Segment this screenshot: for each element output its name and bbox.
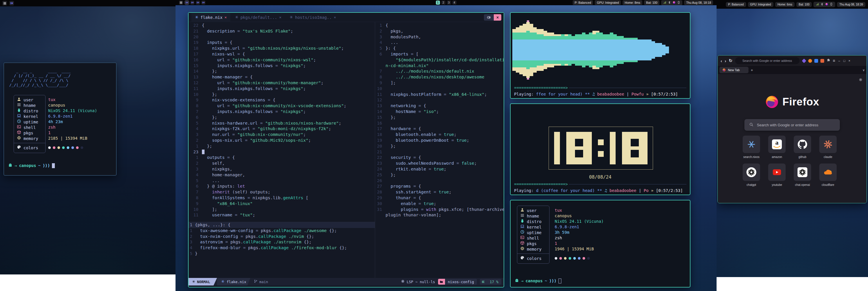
fetch-terminal-window[interactable]: userhnamedistrokerneluptimeshellpkgsmemo…	[510, 200, 690, 288]
workspace-3[interactable]: 3	[447, 1, 451, 5]
extension-orange-icon[interactable]	[820, 59, 824, 63]
extension-purple-icon[interactable]	[802, 58, 806, 63]
fetch-row: user	[517, 208, 549, 213]
text-cursor[interactable]	[52, 163, 55, 168]
code-text: url = "github:nix-community/nix-vscode-e…	[202, 103, 346, 109]
forward-button[interactable]: ›	[725, 58, 726, 63]
newtab-settings-gear-icon[interactable]	[859, 78, 863, 83]
wezterm-taskbar-icon[interactable]: $W	[202, 1, 206, 5]
network-icon[interactable]	[816, 3, 819, 6]
clock-window[interactable]: 08/08/24 =====================> Playing:…	[510, 104, 690, 195]
tile-cloudflare[interactable]: cloudflare	[819, 164, 837, 192]
firefox-window: ‹ › ↻ Search with Google or enter addres…	[717, 55, 867, 203]
system-tray[interactable]	[661, 0, 682, 5]
left-topbar: $W	[0, 0, 176, 6]
editor-pane-pkgs[interactable]: 1{pkgs, ...}: {1 tux-awesome-wm-config =…	[189, 222, 375, 278]
new-tab-button[interactable]: +	[751, 68, 753, 72]
fetch-value: canopus	[555, 213, 604, 219]
line-number: 3	[189, 239, 195, 245]
toggle-button[interactable]	[484, 14, 494, 21]
code-row: 10 ];	[189, 207, 375, 212]
close-window-button[interactable]: ×	[494, 14, 501, 21]
code-text: self,	[202, 161, 225, 167]
line-number: 9	[375, 80, 385, 86]
editor-cursor	[202, 150, 205, 154]
network-icon[interactable]	[663, 1, 666, 5]
app-launcher-icon[interactable]	[179, 1, 183, 5]
tile-search-nixos[interactable]: search.nixos	[743, 136, 760, 164]
line-number: 16	[375, 120, 385, 126]
system-tray[interactable]	[813, 2, 835, 7]
fetch-value: NixOS 24.11 (Vicuna)	[48, 108, 97, 114]
code-row: n-cd-minimal.nix"	[375, 63, 504, 69]
clock-digits	[549, 127, 653, 169]
extension-blue-icon[interactable]	[814, 59, 818, 63]
workspace-2[interactable]: 2	[441, 1, 445, 5]
wezterm-taskbar-icon[interactable]: $W	[196, 1, 200, 5]
code-text: nix-vscode-extensions = {	[202, 97, 275, 103]
user-icon	[520, 208, 525, 213]
close-button[interactable]: ×	[848, 59, 850, 62]
text-cursor[interactable]	[558, 279, 561, 284]
tile-github[interactable]: github	[794, 136, 811, 164]
device-icon[interactable]	[677, 1, 680, 5]
app-launcher-icon[interactable]	[2, 1, 7, 5]
line-number: 4	[189, 172, 202, 178]
tab-flake-nix[interactable]: flake.nix×	[191, 13, 230, 22]
bluetooth-icon[interactable]	[668, 1, 671, 5]
tile-chatgpt[interactable]: chatgpt	[743, 164, 760, 192]
line-number: 10	[189, 92, 202, 97]
back-button[interactable]: ‹	[721, 58, 722, 63]
list-icon	[17, 103, 21, 108]
code-row: 7 inputs.nixpkgs.follows = "nixpkgs";	[189, 109, 375, 115]
wezterm-taskbar-icon[interactable]: $W	[190, 1, 194, 5]
tile-youtube[interactable]: youtube	[768, 164, 785, 192]
line-number: 11	[375, 92, 385, 97]
maximize-button[interactable]: □	[843, 59, 845, 62]
editor-pane-flake[interactable]: 22{21 description = "tux's NixOS Flake";…	[189, 23, 375, 222]
line-number: 17	[375, 126, 385, 132]
device-icon[interactable]	[830, 3, 833, 6]
shell-prompt[interactable]: →canopus~)))	[8, 163, 55, 168]
tab-close-icon[interactable]: ×	[334, 15, 336, 20]
media-icon[interactable]	[825, 3, 828, 6]
tab-new-tab[interactable]: New Tab	[719, 67, 748, 73]
extension-orange-crescent-icon[interactable]	[808, 59, 812, 63]
tab-pkgs-default-[interactable]: pkgs/default...×	[231, 13, 285, 22]
line-number: 20	[189, 34, 202, 40]
tile-label: youtube	[772, 183, 782, 186]
tile-claude[interactable]: claude	[819, 136, 837, 164]
wezterm-taskbar-icon[interactable]: $W	[9, 1, 14, 5]
nix-file-icon	[235, 15, 239, 20]
url-bar[interactable]: Search with Google or enter address	[735, 57, 800, 64]
wezterm-taskbar-icon[interactable]: $W	[185, 1, 189, 5]
editor-pane-iso[interactable]: 1{2 pkgs,3 modulesPath,4 ...5}: {6 impor…	[375, 23, 504, 278]
tab-list-chevron-icon[interactable]: ∨	[863, 68, 865, 72]
reload-button[interactable]: ↻	[729, 58, 733, 63]
tab-hosts-isoImag-[interactable]: hosts/isoImag..×	[286, 13, 339, 22]
line-number: 2	[189, 161, 202, 167]
bluetooth-icon[interactable]	[820, 3, 824, 6]
cava-window[interactable]: =====================> Playing: ffee for…	[510, 12, 690, 99]
tile-chat-openai[interactable]: chat.openai	[794, 164, 811, 192]
mode-indicator: NORMAL	[189, 278, 214, 286]
tab-close-icon[interactable]: ×	[224, 15, 227, 20]
newtab-search[interactable]: Search with Google or enter address	[744, 119, 840, 131]
extensions-puzzle-icon[interactable]	[827, 58, 830, 63]
tab-close-icon[interactable]: ×	[279, 15, 281, 20]
shell-prompt[interactable]: →canopus~)))	[515, 278, 561, 284]
menu-icon[interactable]: ≡	[833, 58, 835, 63]
song-segment: »	[644, 92, 651, 96]
lines-icon	[480, 279, 487, 285]
color-dots	[555, 256, 604, 261]
workspace-1[interactable]: 1	[436, 1, 440, 5]
left-terminal-window[interactable]: _ __ _ ____ ____ / |/ /(_)_ __ / __ \/ _…	[3, 62, 117, 176]
workspace-4[interactable]: 4	[452, 1, 456, 5]
code-row: 19 bluetooth.powerOnBoot = true;	[375, 138, 504, 143]
minimize-button[interactable]: –	[838, 59, 840, 62]
song-segment: |	[624, 92, 631, 96]
media-icon[interactable]	[673, 1, 676, 5]
status-pill: Home: 6ms	[775, 2, 795, 7]
tile-amazon[interactable]: aamazon	[768, 136, 785, 164]
line-number: 21	[375, 149, 385, 155]
